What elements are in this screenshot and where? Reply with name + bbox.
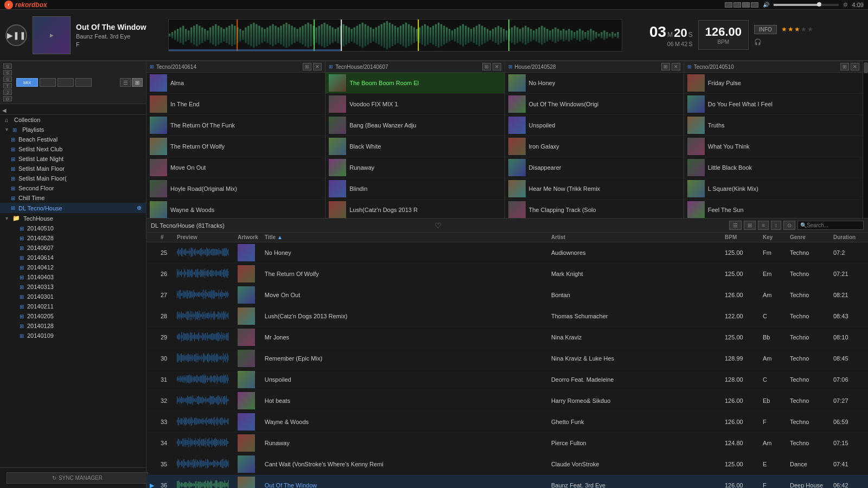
- table-row[interactable]: 29 Mr Jones Nina Kraviz 125.00 Bb Techno…: [146, 327, 868, 348]
- list-view-btn[interactable]: ☰: [120, 78, 131, 87]
- panel-track[interactable]: Disappearer: [505, 157, 684, 178]
- panel-2-close-btn[interactable]: ✕: [493, 63, 501, 70]
- grid-view-button[interactable]: ⊞: [744, 221, 756, 230]
- panel-track[interactable]: Iron Galaxy: [505, 136, 684, 157]
- sidebar-item-dl-tecno-house[interactable]: ⊞ DL Tecno/House ⊕: [0, 203, 146, 213]
- nav-icon-1[interactable]: S: [3, 63, 12, 69]
- panel-track[interactable]: Blindin: [326, 178, 504, 200]
- panel-track[interactable]: Voodoo FIX MIX 1: [326, 94, 504, 115]
- row-play-btn[interactable]: [146, 433, 157, 454]
- panel-track[interactable]: The Return Of The Funk: [146, 115, 325, 136]
- sidebar-item-20140510[interactable]: ⊞ 20140510: [0, 223, 146, 233]
- grid-view-btn[interactable]: ⊞: [132, 78, 143, 87]
- sidebar-item-20140313[interactable]: ⊞ 20140313: [0, 282, 146, 292]
- sidebar-item-playlists[interactable]: ▼ ⊞ Playlists: [0, 125, 146, 134]
- star-4[interactable]: ★: [801, 25, 807, 33]
- panel-track[interactable]: Friday Pulse: [684, 73, 863, 94]
- panel-track[interactable]: No Honey: [505, 73, 684, 94]
- panel-4-expand-btn[interactable]: ⊞: [840, 63, 849, 70]
- col-title[interactable]: Title ▲: [261, 233, 548, 242]
- row-play-btn[interactable]: [146, 412, 157, 433]
- sidebar-item-beach-festival[interactable]: ⊞ Beach Festival: [0, 134, 146, 144]
- panel-track[interactable]: Wayne & Woods: [146, 200, 325, 218]
- window-layout-btn[interactable]: [725, 2, 758, 8]
- waveform-btn-4[interactable]: [75, 78, 92, 87]
- panel-1-close-btn[interactable]: ✕: [313, 63, 322, 70]
- sidebar-item-setlist-late-night[interactable]: ⊞ Setlist Late Night: [0, 154, 146, 164]
- sidebar-item-20140607[interactable]: ⊞ 20140607: [0, 243, 146, 253]
- rating-stars[interactable]: ★ ★ ★ ★ ★: [781, 25, 813, 33]
- panel-track[interactable]: Little Black Book: [684, 157, 863, 178]
- star-1[interactable]: ★: [781, 25, 787, 33]
- star-3[interactable]: ★: [794, 25, 800, 33]
- volume-slider[interactable]: [774, 4, 839, 6]
- table-row[interactable]: 27 Move On Out Bontan 126.00 Am Techno 0…: [146, 285, 868, 306]
- table-row[interactable]: 25 No Honey Audiownores 125.00 Fm Techno…: [146, 242, 868, 264]
- table-row[interactable]: 28 Lush(Catz'n Dogs 2013 Remix) Thomas S…: [146, 306, 868, 327]
- sidebar-item-setlist-next-club[interactable]: ⊞ Setlist Next Club: [0, 144, 146, 154]
- sidebar-item-20140528[interactable]: ⊞ 20140528: [0, 233, 146, 243]
- heart-icon[interactable]: ♡: [435, 221, 442, 230]
- waveform-btn-1[interactable]: MIX: [16, 78, 38, 87]
- filter-button-1[interactable]: ≡: [758, 221, 769, 230]
- col-duration[interactable]: Duration: [830, 233, 868, 242]
- panel-track[interactable]: Do You Feel What I Feel: [684, 94, 863, 115]
- play-pause-button[interactable]: ▶❚❚: [5, 24, 27, 46]
- row-play-btn[interactable]: [146, 390, 157, 412]
- waveform-btn-2[interactable]: [40, 78, 56, 87]
- sidebar-item-20140211[interactable]: ⊞ 20140211: [0, 301, 146, 311]
- nav-icon-3[interactable]: S: [3, 76, 12, 82]
- sidebar-item-20140109[interactable]: ⊞ 20140109: [0, 331, 146, 341]
- table-row[interactable]: 33 Wayne & Woods Ghetto Funk 126.00 F Te…: [146, 412, 868, 433]
- gear-icon[interactable]: ⚙: [843, 2, 848, 8]
- panel-track[interactable]: The Return Of Wolfy: [146, 136, 325, 157]
- sync-manager-button[interactable]: ↻ SYNC MANAGER: [7, 472, 148, 484]
- sidebar-item-20140614[interactable]: ⊞ 20140614: [0, 253, 146, 262]
- panel-track[interactable]: Alma: [146, 73, 325, 94]
- panel-2-expand-btn[interactable]: ⊞: [482, 63, 491, 70]
- sidebar-item-20140128[interactable]: ⊞ 20140128: [0, 321, 146, 331]
- sidebar-item-techhouse-folder[interactable]: ▼ 📁 TechHouse: [0, 213, 146, 223]
- row-play-btn[interactable]: [146, 348, 157, 369]
- panel-track[interactable]: The Clapping Track (Solo: [505, 200, 684, 218]
- row-play-btn[interactable]: [146, 264, 157, 285]
- info-button[interactable]: INFO: [754, 25, 777, 34]
- table-row[interactable]: 32 Hot beats Harry Romeo& Sikduo 126.00 …: [146, 390, 868, 412]
- panel-track[interactable]: Lush(Catz'n Dogs 2013 R: [326, 200, 504, 218]
- row-play-btn[interactable]: [146, 327, 157, 348]
- sidebar-item-collection[interactable]: ♫ Collection: [0, 115, 146, 125]
- sidebar-item-20140205[interactable]: ⊞ 20140205: [0, 311, 146, 321]
- row-play-btn[interactable]: [146, 454, 157, 475]
- panel-1-expand-btn[interactable]: ⊞: [303, 63, 311, 70]
- panel-3-close-btn[interactable]: ✕: [672, 63, 680, 70]
- panel-track[interactable]: Feel The Sun: [684, 200, 863, 218]
- nav-icon-5[interactable]: J: [3, 89, 12, 95]
- table-row[interactable]: 35 Cant Wait (VonStroke's Where's Kenny …: [146, 454, 868, 475]
- panel-track[interactable]: The Boom Boom Room El: [326, 73, 504, 94]
- row-play-btn[interactable]: ▶: [146, 475, 157, 489]
- col-bpm[interactable]: BPM: [722, 233, 760, 242]
- nav-icon-4[interactable]: T: [3, 83, 12, 88]
- search-input[interactable]: [807, 222, 861, 228]
- sidebar-item-10140403[interactable]: ⊞ 10140403: [0, 272, 146, 282]
- sidebar-item-20140301[interactable]: ⊞ 20140301: [0, 292, 146, 301]
- sidebar-item-20140412[interactable]: ⊞ 20140412: [0, 262, 146, 272]
- table-row[interactable]: 26 The Return Of Wolfy Mark Knight 125.0…: [146, 264, 868, 285]
- panel-scrollbar[interactable]: [863, 61, 868, 218]
- panel-track[interactable]: Move On Out: [146, 157, 325, 178]
- sidebar-item-setlist-main-floor[interactable]: ⊞ Setlist Main Floor: [0, 164, 146, 174]
- panel-track[interactable]: Truths: [684, 115, 863, 136]
- star-5[interactable]: ★: [807, 25, 813, 33]
- panel-track[interactable]: Hear Me Now (Trikk Remix: [505, 178, 684, 200]
- table-row[interactable]: 31 Unspoiled Deorro Feat. Madeleine 128.…: [146, 369, 868, 390]
- panel-track[interactable]: Bang (Beau Wanzer Adju: [326, 115, 504, 136]
- col-key[interactable]: Key: [760, 233, 787, 242]
- collapse-btn[interactable]: ◀: [0, 106, 146, 115]
- panel-track[interactable]: Out Of The Windows(Origi: [505, 94, 684, 115]
- col-artist[interactable]: Artist: [548, 233, 722, 242]
- col-genre[interactable]: Genre: [787, 233, 830, 242]
- filter-button-3[interactable]: ⊙: [783, 221, 795, 230]
- waveform-btn-3[interactable]: [58, 78, 74, 87]
- sidebar-item-chill-time[interactable]: ⊞ Chill Time: [0, 193, 146, 203]
- panel-track[interactable]: Unspoiled: [505, 115, 684, 136]
